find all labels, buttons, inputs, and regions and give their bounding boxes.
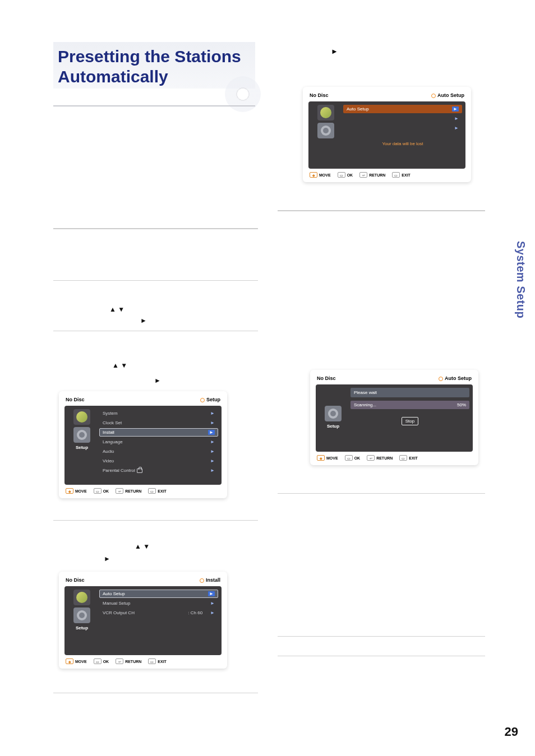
menu-item-manual-setup[interactable]: Manual Setup► bbox=[99, 599, 218, 607]
page-title: Presetting the Stations Automatically bbox=[53, 42, 255, 106]
menu-item-label: Auto Setup bbox=[347, 106, 369, 112]
key-icon: ▭ bbox=[392, 172, 400, 178]
disc-tab-icon[interactable] bbox=[73, 590, 90, 605]
status-label: No Disc bbox=[310, 92, 329, 98]
crumb-label: Auto Setup bbox=[445, 375, 472, 381]
chevron-right-icon: ► bbox=[210, 610, 215, 615]
wait-banner: Please wait bbox=[350, 388, 469, 397]
crumb-label: Install bbox=[206, 577, 220, 583]
step-nav-right: ► bbox=[154, 377, 161, 384]
chevron-right-icon: ► bbox=[210, 420, 215, 425]
step-nav-right: ► bbox=[140, 317, 147, 324]
status-label: No Disc bbox=[66, 577, 85, 583]
section-divider bbox=[278, 210, 485, 211]
key-exit-label: EXIT bbox=[158, 660, 167, 664]
crumb-label: Setup bbox=[206, 397, 220, 402]
arrow-right-icon: ► bbox=[331, 47, 338, 55]
key-icon: ▭ bbox=[338, 172, 345, 178]
chevron-right-icon: ► bbox=[452, 106, 459, 112]
key-return-label: RETURN bbox=[376, 456, 393, 460]
setup-tab-label: Setup bbox=[76, 445, 88, 450]
key-return-label: RETURN bbox=[369, 173, 385, 177]
key-icon: ◆ bbox=[66, 488, 73, 494]
key-icon: ▭ bbox=[148, 658, 156, 664]
warning-message: Your data will be lost bbox=[343, 141, 462, 146]
title-line2: Automatically bbox=[58, 67, 168, 86]
section-divider bbox=[53, 520, 258, 521]
menu-item-install[interactable]: Install► bbox=[99, 428, 218, 437]
menu-item-label: System bbox=[103, 411, 118, 416]
title-line1: Presetting the Stations bbox=[58, 47, 241, 66]
stop-button[interactable]: Stop bbox=[402, 417, 418, 425]
section-divider bbox=[53, 693, 258, 693]
key-icon: ▭ bbox=[345, 455, 353, 461]
menu-item-auto-setup[interactable]: Auto Setup► bbox=[99, 590, 218, 598]
setup-tab-icon[interactable] bbox=[73, 607, 90, 623]
setup-tab-icon[interactable] bbox=[317, 123, 334, 138]
chevron-right-icon: ► bbox=[210, 468, 215, 473]
chevron-right-icon: ► bbox=[208, 591, 215, 596]
key-guide: ◆MOVE ▭OK ↩RETURN ▭EXIT bbox=[316, 452, 473, 461]
disc-decoration-icon bbox=[225, 76, 261, 112]
key-icon: ↩ bbox=[116, 658, 123, 664]
key-ok-label: OK bbox=[354, 456, 361, 460]
section-divider bbox=[278, 656, 485, 656]
key-icon: ▭ bbox=[148, 488, 156, 494]
menu-item-label: Manual Setup bbox=[103, 601, 130, 606]
menu-item-video[interactable]: Video► bbox=[99, 457, 218, 465]
key-move-label: MOVE bbox=[75, 489, 87, 493]
menu-item-clock-set[interactable]: Clock Set► bbox=[99, 419, 218, 427]
key-icon: ↩ bbox=[359, 172, 367, 178]
key-move-label: MOVE bbox=[319, 173, 331, 177]
crumb-dot-icon bbox=[431, 94, 436, 98]
disc-tab-icon[interactable] bbox=[73, 409, 90, 425]
key-ok-label: OK bbox=[347, 173, 353, 177]
key-guide: ◆MOVE ▭OK ↩RETURN ▭EXIT bbox=[308, 169, 465, 178]
menu-item-vcr-output-ch[interactable]: VCR Output CH : Ch 60 ► bbox=[99, 609, 218, 617]
osd-setup-menu: No Disc Setup Setup System► Clock Set► I… bbox=[59, 391, 227, 498]
key-icon: ↩ bbox=[116, 488, 123, 494]
key-icon: ↩ bbox=[367, 455, 375, 461]
section-divider bbox=[278, 636, 485, 637]
disc-tab-icon[interactable] bbox=[317, 105, 334, 120]
key-return-label: RETURN bbox=[125, 489, 141, 493]
section-divider bbox=[53, 280, 258, 281]
crumb-dot-icon bbox=[439, 377, 443, 381]
key-guide: ◆MOVE ▭OK ↩RETURN ▭EXIT bbox=[64, 655, 222, 664]
menu-item-label: Audio bbox=[103, 449, 114, 454]
page-number: 29 bbox=[505, 725, 518, 739]
section-divider bbox=[278, 493, 485, 494]
menu-item-parental-control[interactable]: Parental Control► bbox=[99, 466, 218, 475]
chevron-right-icon: ► bbox=[208, 430, 215, 435]
disc-tab-icon bbox=[325, 388, 342, 403]
section-side-tab: System Setup bbox=[514, 241, 527, 318]
lock-icon bbox=[137, 469, 142, 473]
step-nav-right: ► bbox=[104, 555, 110, 563]
key-guide: ◆MOVE ▭OK ↩RETURN ▭EXIT bbox=[64, 485, 222, 494]
menu-item-auto-setup[interactable]: Auto Setup ► bbox=[343, 105, 462, 113]
crumb-dot-icon bbox=[200, 398, 205, 402]
key-icon: ◆ bbox=[317, 455, 325, 461]
menu-item-value: : Ch 60 bbox=[188, 610, 202, 615]
chevron-right-icon: ► bbox=[210, 449, 215, 454]
menu-item-system[interactable]: System► bbox=[99, 409, 218, 418]
setup-tab-label: Setup bbox=[327, 424, 339, 429]
key-move-label: MOVE bbox=[326, 456, 338, 460]
menu-item-label: VCR Output CH bbox=[103, 610, 135, 615]
section-divider bbox=[53, 228, 258, 229]
setup-tab-icon[interactable] bbox=[73, 427, 90, 443]
chevron-right-icon: ► bbox=[210, 458, 215, 463]
menu-item-label: Install bbox=[103, 430, 114, 435]
menu-item-language[interactable]: Language► bbox=[99, 438, 218, 446]
key-move-label: MOVE bbox=[75, 660, 87, 664]
osd-auto-setup-warning: No Disc Auto Setup Auto Setup ► ► ► Your… bbox=[303, 87, 471, 182]
step-nav-updown: ▲ ▼ bbox=[109, 305, 124, 313]
setup-tab-icon[interactable] bbox=[325, 406, 342, 421]
step-nav-updown: ▲ ▼ bbox=[135, 542, 150, 550]
key-exit-label: EXIT bbox=[402, 173, 411, 177]
status-label: No Disc bbox=[66, 397, 85, 402]
menu-item-audio[interactable]: Audio► bbox=[99, 447, 218, 456]
key-icon: ◆ bbox=[66, 658, 73, 664]
status-label: No Disc bbox=[317, 375, 336, 381]
scanning-label: Scanning... bbox=[354, 402, 376, 407]
